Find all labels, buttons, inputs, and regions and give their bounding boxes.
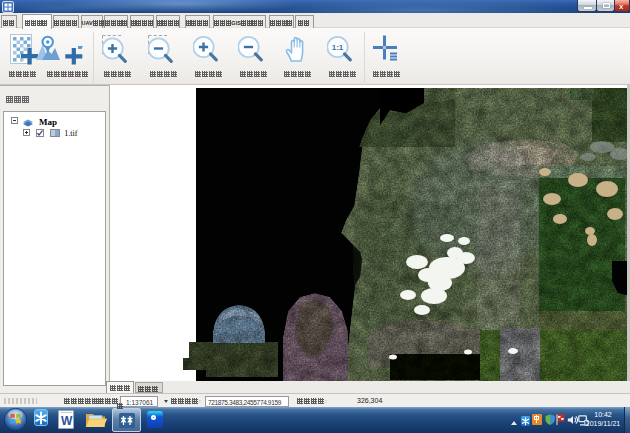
svg-text:1:1: 1:1 — [332, 43, 344, 52]
